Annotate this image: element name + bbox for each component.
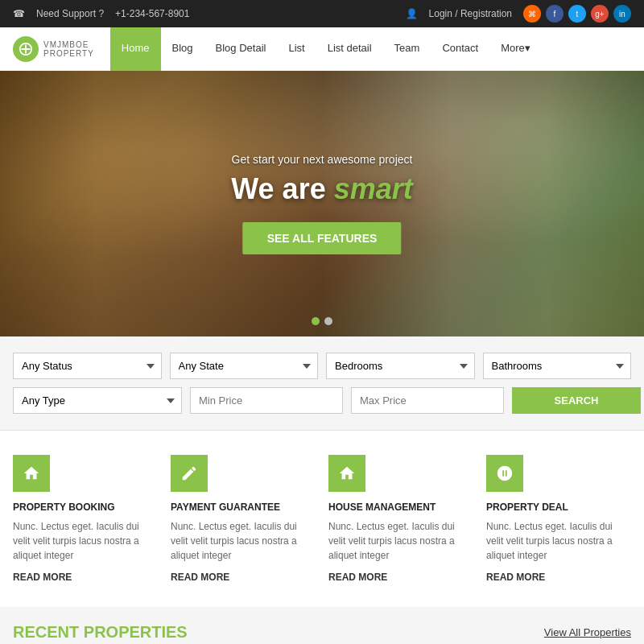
feature-icon-deal [486, 455, 523, 492]
features-grid: PROPERTY BOOKING Nunc. Lectus eget. Iacu… [13, 455, 631, 583]
rss-icon[interactable]: ⌘ [523, 5, 541, 23]
phone-number: +1-234-567-8901 [115, 8, 189, 19]
view-all-link[interactable]: View All Properties [544, 626, 631, 638]
feature-property-booking: PROPERTY BOOKING Nunc. Lectus eget. Iacu… [13, 455, 158, 583]
bedrooms-select[interactable]: Bedrooms [326, 353, 475, 379]
hero-title: We are smart [231, 172, 412, 206]
feature-icon-booking [13, 455, 50, 492]
hero-subtitle: Get start your next awesome project [231, 153, 412, 166]
nav-blog-detail[interactable]: Blog Detail [204, 27, 278, 71]
recent-title-plain: RECENT [13, 623, 84, 641]
read-more-deal[interactable]: READ MORE [486, 572, 545, 583]
nav-home[interactable]: Home [110, 27, 161, 71]
twitter-icon[interactable]: t [568, 5, 586, 23]
dot-1[interactable] [312, 317, 320, 325]
logo-text: VMJMBOE PROPERTY [43, 40, 94, 58]
home-icon [23, 464, 40, 482]
search-section: Any Status Any State Bedrooms Bathrooms … [0, 336, 644, 431]
status-select[interactable]: Any Status [13, 353, 162, 379]
read-more-booking[interactable]: READ MORE [13, 572, 72, 583]
social-icons: ⌘ f t g+ in [523, 5, 631, 23]
logo: VMJMBOE PROPERTY [13, 36, 94, 62]
features-section: PROPERTY BOOKING Nunc. Lectus eget. Iacu… [0, 431, 644, 607]
top-bar-right: 👤 Login / Registration ⌘ f t g+ in [406, 5, 631, 23]
top-bar-left: ☎ Need Support ? +1-234-567-8901 [13, 8, 189, 19]
recent-title: RECENT PROPERTIES [13, 623, 188, 642]
max-price-input[interactable] [351, 387, 504, 414]
feature-payment-guarantee: PAYMENT GUARANTEE Nunc. Lectus eget. Iac… [171, 455, 316, 583]
pencil-icon [180, 464, 198, 482]
hero-cta-button[interactable]: See all features [243, 222, 402, 254]
state-select[interactable]: Any State [170, 353, 319, 379]
top-bar: ☎ Need Support ? +1-234-567-8901 👤 Login… [0, 0, 644, 27]
feature-text-booking: Nunc. Lectus eget. Iaculis dui velit vel… [13, 519, 158, 563]
search-row-2: Any Type SEARCH [13, 387, 631, 414]
search-row-1: Any Status Any State Bedrooms Bathrooms [13, 353, 631, 379]
nav-blog[interactable]: Blog [161, 27, 204, 71]
recent-title-highlight: PROPERTIES [84, 623, 188, 641]
logo-svg [19, 42, 33, 56]
nav-list-detail[interactable]: List detail [316, 27, 383, 71]
feature-icon-management [328, 455, 365, 492]
feature-property-deal: PROPERTY DEAL Nunc. Lectus eget. Iaculis… [486, 455, 631, 583]
linkedin-icon[interactable]: in [613, 5, 631, 23]
hero-content: Get start your next awesome project We a… [231, 153, 412, 254]
feature-text-payment: Nunc. Lectus eget. Iaculis dui velit vel… [171, 519, 316, 563]
min-price-input[interactable] [190, 387, 343, 414]
nav-team[interactable]: Team [383, 27, 431, 71]
house-icon [338, 464, 356, 482]
read-more-management[interactable]: READ MORE [328, 572, 387, 583]
feature-text-deal: Nunc. Lectus eget. Iaculis dui velit vel… [486, 519, 631, 563]
nav-menu: Home Blog Blog Detail List List detail T… [110, 27, 542, 71]
feature-title-payment: PAYMENT GUARANTEE [171, 502, 316, 513]
feature-text-management: Nunc. Lectus eget. Iaculis dui velit vel… [328, 519, 473, 563]
feature-title-deal: PROPERTY DEAL [486, 502, 631, 513]
feature-title-management: HOUSE MANAGEMENT [328, 502, 473, 513]
navbar: VMJMBOE PROPERTY Home Blog Blog Detail L… [0, 27, 644, 71]
hero-title-plain: We are [231, 172, 333, 205]
feature-title-booking: PROPERTY BOOKING [13, 502, 158, 513]
search-button[interactable]: SEARCH [512, 387, 641, 414]
facebook-icon[interactable]: f [546, 5, 564, 23]
feature-icon-payment [171, 455, 208, 492]
read-more-payment[interactable]: READ MORE [171, 572, 229, 583]
user-icon: 👤 [406, 8, 418, 19]
logo-icon [13, 36, 39, 62]
hero-title-highlight: smart [334, 172, 413, 205]
tag-icon [496, 464, 514, 482]
login-link[interactable]: Login / Registration [429, 8, 512, 19]
support-text: Need Support ? [36, 8, 104, 19]
recent-header: RECENT PROPERTIES View All Properties [13, 623, 631, 642]
nav-more[interactable]: More▾ [489, 27, 542, 71]
googleplus-icon[interactable]: g+ [591, 5, 609, 23]
hero-section: Get start your next awesome project We a… [0, 71, 644, 336]
nav-contact[interactable]: Contact [431, 27, 489, 71]
phone-icon: ☎ [13, 8, 25, 19]
nav-list[interactable]: List [277, 27, 316, 71]
type-select[interactable]: Any Type [13, 387, 182, 414]
hero-dots [312, 317, 332, 325]
feature-house-management: HOUSE MANAGEMENT Nunc. Lectus eget. Iacu… [328, 455, 473, 583]
recent-section: RECENT PROPERTIES View All Properties [0, 607, 644, 644]
bathrooms-select[interactable]: Bathrooms [483, 353, 632, 379]
dot-2[interactable] [324, 317, 332, 325]
